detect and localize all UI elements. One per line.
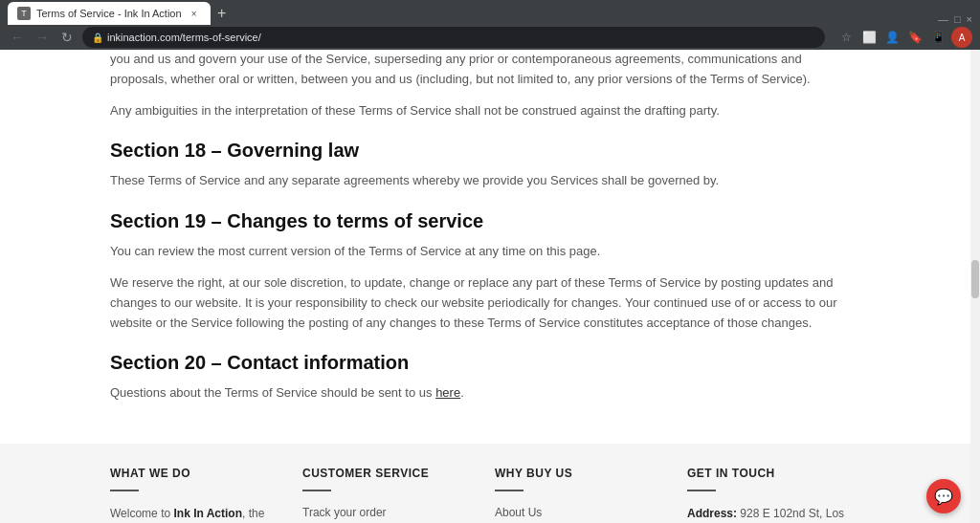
footer-col2-heading: CUSTOMER SERVICE xyxy=(302,467,476,480)
brand-name: Ink In Action xyxy=(173,507,242,520)
footer-col-customer-service: CUSTOMER SERVICE Track your order Contac… xyxy=(302,467,476,523)
chat-bubble-button[interactable]: 💬 xyxy=(926,479,961,513)
section19-paragraph-1: You can review the most current version … xyxy=(110,242,860,262)
forward-button[interactable]: → xyxy=(33,28,52,47)
why-buy-list: About Us Returns & Refunds Policy Shippi… xyxy=(495,505,668,523)
customer-service-list: Track your order Contact Us Terms of Ser… xyxy=(302,505,476,523)
bookmark-icon[interactable]: 🔖 xyxy=(905,28,924,47)
section18-paragraph: These Terms of Service and any separate … xyxy=(110,171,860,191)
extensions-icon[interactable]: ⬜ xyxy=(859,28,879,47)
main-scroll: you and us and govern your use of the Se… xyxy=(0,50,970,523)
footer-col-get-in-touch: GET IN TOUCH Address: 928 E 102nd St, Lo… xyxy=(687,467,860,523)
footer-col4-heading: GET IN TOUCH xyxy=(687,467,860,480)
maximize-button[interactable]: □ xyxy=(954,13,961,25)
active-tab[interactable]: T Terms of Service - Ink In Action × xyxy=(8,2,211,25)
url-bar[interactable]: 🔒 inkinaction.com/terms-of-service/ xyxy=(82,27,825,48)
star-icon[interactable]: ☆ xyxy=(836,28,856,47)
about-us-link[interactable]: About Us xyxy=(495,506,542,519)
page-content: you and us and govern your use of the Se… xyxy=(0,50,980,523)
back-button[interactable]: ← xyxy=(8,28,27,47)
track-order-link[interactable]: Track your order xyxy=(302,506,387,519)
footer-col3-divider xyxy=(495,490,523,491)
list-item: About Us xyxy=(495,505,668,519)
footer: WHAT WE DO Welcome to Ink In Action, the… xyxy=(0,444,970,523)
account-icon[interactable]: 👤 xyxy=(882,28,902,47)
browser-icons: ☆ ⬜ 👤 🔖 📱 A xyxy=(836,27,972,48)
phone-icon[interactable]: 📱 xyxy=(928,28,947,47)
footer-col-what-we-do: WHAT WE DO Welcome to Ink In Action, the… xyxy=(110,467,283,523)
scrollbar[interactable] xyxy=(970,50,980,523)
lock-icon: 🔒 xyxy=(92,33,103,43)
footer-col4-divider xyxy=(687,490,716,491)
scrollbar-thumb[interactable] xyxy=(971,260,979,298)
minimize-button[interactable]: — xyxy=(938,13,948,25)
here-link[interactable]: here xyxy=(435,385,460,400)
new-tab-button[interactable]: + xyxy=(211,2,234,25)
url-text: inkinaction.com/terms-of-service/ xyxy=(107,32,261,43)
section18-heading: Section 18 – Governing law xyxy=(110,140,860,162)
footer-address: Address: 928 E 102nd St, Los Angeles, CA… xyxy=(687,505,860,523)
footer-col3-heading: WHY BUY US xyxy=(495,467,668,480)
section20-heading: Section 20 – Contact information xyxy=(110,352,860,374)
section20-paragraph: Questions about the Terms of Service sho… xyxy=(110,383,860,403)
tab-title: Terms of Service - Ink In Action xyxy=(36,8,182,19)
close-window-button[interactable]: × xyxy=(967,13,972,25)
footer-col1-text: Welcome to Ink In Action, the place wher… xyxy=(110,505,283,523)
intro-paragraph-1: you and us and govern your use of the Se… xyxy=(110,50,860,90)
section19-heading: Section 19 – Changes to terms of service xyxy=(110,210,860,232)
footer-col2-divider xyxy=(302,490,331,491)
profile-circle[interactable]: A xyxy=(951,27,972,48)
article-content: you and us and govern your use of the Se… xyxy=(0,50,970,434)
list-item: Track your order xyxy=(302,505,476,519)
address-bar: ← → ↻ 🔒 inkinaction.com/terms-of-service… xyxy=(0,25,980,50)
footer-grid: WHAT WE DO Welcome to Ink In Action, the… xyxy=(110,467,860,523)
tab-favicon: T xyxy=(17,7,31,20)
window-controls: — □ × xyxy=(938,13,972,25)
footer-col1-heading: WHAT WE DO xyxy=(110,467,283,480)
footer-col-why-buy: WHY BUY US About Us Returns & Refunds Po… xyxy=(495,467,668,523)
intro-paragraph-2: Any ambiguities in the interpretation of… xyxy=(110,101,860,121)
tab-bar: T Terms of Service - Ink In Action × + —… xyxy=(0,0,980,25)
footer-col1-divider xyxy=(110,490,139,491)
browser-chrome: T Terms of Service - Ink In Action × + —… xyxy=(0,0,980,50)
section19-paragraph-2: We reserve the right, at our sole discre… xyxy=(110,273,860,333)
tab-close-button[interactable]: × xyxy=(188,7,201,20)
reload-button[interactable]: ↻ xyxy=(57,28,77,47)
